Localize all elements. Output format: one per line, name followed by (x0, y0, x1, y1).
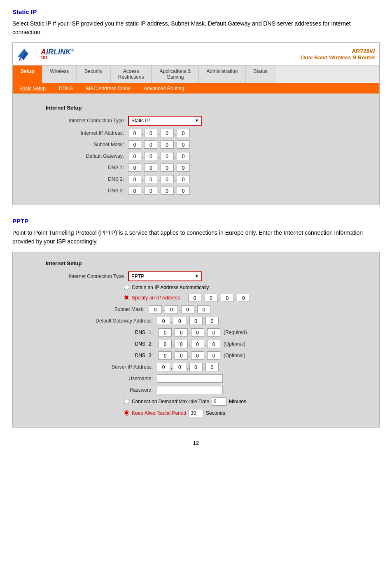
dns2-octet-1[interactable]: 0 (128, 175, 141, 183)
dns2-octet-4[interactable]: 0 (177, 175, 190, 183)
gw-octet-3[interactable]: 0 (161, 152, 174, 160)
default-gw-label: Default Gateway: (46, 153, 128, 159)
default-gw-group: 0 . 0 . 0 . 0 (128, 152, 190, 160)
srv-octet-2[interactable]: 0 (173, 363, 186, 371)
pptp-content: Internet Setup Internet Connection Type … (13, 252, 379, 427)
pdns3-octet-2[interactable]: 0 (175, 351, 188, 360)
radio-connect-on-demand[interactable] (124, 399, 129, 404)
srv-octet-4[interactable]: 0 (205, 363, 219, 371)
pptp-dns2-note: (Optional) (224, 341, 245, 347)
radio-keep-alive[interactable] (124, 410, 129, 416)
dns2-octet-2[interactable]: 0 (144, 175, 157, 183)
ip-octet-3[interactable]: 0 (161, 129, 174, 137)
pptp-description: Point-to-Point Tunneling Protocol (PPTP)… (12, 229, 380, 246)
srv-octet-3[interactable]: 0 (189, 363, 203, 371)
sip-octet-2[interactable]: 0 (205, 294, 218, 302)
psm-octet-2[interactable]: 0 (165, 305, 178, 313)
pdns1-octet-4[interactable]: 0 (207, 328, 220, 337)
pptp-dropdown-arrow-icon: ▼ (195, 274, 199, 278)
sip-octet-1[interactable]: 0 (188, 294, 201, 302)
dns3-octet-3[interactable]: 0 (161, 187, 174, 195)
sm-octet-2[interactable]: 0 (144, 140, 157, 149)
pptp-title: PPTP (12, 217, 380, 224)
ip-octet-4[interactable]: 0 (177, 129, 190, 137)
internet-ip-group: 0 . 0 . 0 . 0 (128, 129, 190, 137)
dns1-octet-4[interactable]: 0 (177, 164, 190, 172)
pptp-dns3-num: 3: (149, 353, 159, 358)
dns2-row: DNS 2: 0 . 0 . 0 . 0 (46, 175, 202, 183)
pdns3-octet-1[interactable]: 0 (159, 351, 172, 360)
tab-wireless[interactable]: Wireless (42, 65, 77, 83)
product-info: AR725W Dual Band Wireless N Router (301, 48, 375, 61)
psm-octet-3[interactable]: 0 (181, 305, 194, 313)
username-label: Username: (66, 376, 157, 381)
tab-access-restrictions[interactable]: AccessRestrictions (110, 65, 152, 83)
dns2-octet-3[interactable]: 0 (161, 175, 174, 183)
ip-octet-2[interactable]: 0 (144, 129, 157, 137)
svg-text:A: A (19, 57, 22, 62)
keep-alive-input[interactable] (189, 409, 203, 417)
connect-on-demand-unit: Minutes. (229, 399, 247, 404)
subtab-advanced-routing[interactable]: Advanced Routing (137, 84, 191, 93)
pdns2-octet-4[interactable]: 0 (207, 340, 220, 348)
password-label: Password: (66, 387, 157, 393)
pgw-octet-3[interactable]: 0 (189, 317, 203, 325)
dns3-octet-1[interactable]: 0 (128, 187, 141, 195)
gw-octet-2[interactable]: 0 (144, 152, 157, 160)
sm-octet-3[interactable]: 0 (161, 140, 174, 149)
dns3-octet-4[interactable]: 0 (177, 187, 190, 195)
pptp-connection-type-select[interactable]: PPTP ▼ (128, 271, 202, 281)
gw-octet-4[interactable]: 0 (177, 152, 190, 160)
dns3-label: DNS 3: (46, 188, 128, 194)
pdns3-octet-4[interactable]: 0 (207, 351, 220, 360)
dropdown-arrow-icon: ▼ (195, 118, 199, 123)
gw-octet-1[interactable]: 0 (128, 152, 141, 160)
sm-octet-4[interactable]: 0 (177, 140, 190, 149)
dns1-octet-3[interactable]: 0 (161, 164, 174, 172)
pgw-octet-1[interactable]: 0 (157, 317, 170, 325)
nav-tabs-sub: Basic Setup DDNS MAC Address Clone Advan… (13, 84, 379, 94)
subtab-basic-setup[interactable]: Basic Setup (13, 84, 52, 93)
pgw-octet-4[interactable]: 0 (205, 317, 219, 325)
logo-svg: A (17, 45, 41, 63)
pgw-octet-2[interactable]: 0 (173, 317, 186, 325)
dns3-octet-2[interactable]: 0 (144, 187, 157, 195)
srv-octet-1[interactable]: 0 (157, 363, 170, 371)
sip-octet-3[interactable]: 0 (221, 294, 234, 302)
dns1-octet-2[interactable]: 0 (144, 164, 157, 172)
password-input[interactable] (157, 386, 223, 394)
pdns3-octet-3[interactable]: 0 (191, 351, 204, 360)
internet-ip-row: Internet IP Address: 0 . 0 . 0 . 0 (46, 129, 202, 137)
tab-administration[interactable]: Administration (198, 65, 245, 83)
nav-tabs-top: Setup Wireless Security AccessRestrictio… (13, 65, 379, 84)
tab-status[interactable]: Status (245, 65, 275, 83)
pdns1-octet-1[interactable]: 0 (159, 328, 172, 337)
dns1-octet-1[interactable]: 0 (128, 164, 141, 172)
subtab-ddns[interactable]: DDNS (52, 84, 79, 93)
pptp-dns3-row: DNS 3: 0 . 0 . 0 . 0 (Optional) (124, 351, 293, 360)
ip-octet-1[interactable]: 0 (128, 129, 141, 137)
tab-security[interactable]: Security (77, 65, 110, 83)
connect-on-demand-input[interactable] (212, 397, 226, 406)
radio-specify-ip[interactable] (124, 295, 129, 300)
dns1-label: DNS 1: (46, 165, 128, 171)
pdns2-octet-1[interactable]: 0 (159, 340, 172, 348)
tab-applications-gaming[interactable]: Applications &Gaming (152, 65, 198, 83)
connection-type-select[interactable]: Static IP ▼ (128, 116, 202, 126)
sm-octet-1[interactable]: 0 (128, 140, 141, 149)
tab-setup[interactable]: Setup (13, 65, 42, 83)
pdns1-octet-3[interactable]: 0 (191, 328, 204, 337)
pptp-section: PPTP Point-to-Point Tunneling Protocol (… (12, 217, 380, 246)
username-input[interactable] (157, 374, 223, 383)
pdns1-octet-2[interactable]: 0 (175, 328, 188, 337)
psm-octet-4[interactable]: 0 (197, 305, 210, 313)
subnet-mask-row: Subnet Mask: 0 . 0 . 0 . 0 (46, 140, 202, 149)
sip-octet-4[interactable]: 0 (237, 294, 250, 302)
internet-setup-box: Internet Setup Internet Connection Type … (21, 101, 371, 198)
pdns2-octet-3[interactable]: 0 (191, 340, 204, 348)
pdns2-octet-2[interactable]: 0 (175, 340, 188, 348)
dns1-group: 0 . 0 . 0 . 0 (128, 164, 190, 172)
psm-octet-1[interactable]: 0 (149, 305, 162, 313)
radio-obtain-auto[interactable] (124, 285, 129, 290)
subtab-mac-address-clone[interactable]: MAC Address Clone (79, 84, 137, 93)
